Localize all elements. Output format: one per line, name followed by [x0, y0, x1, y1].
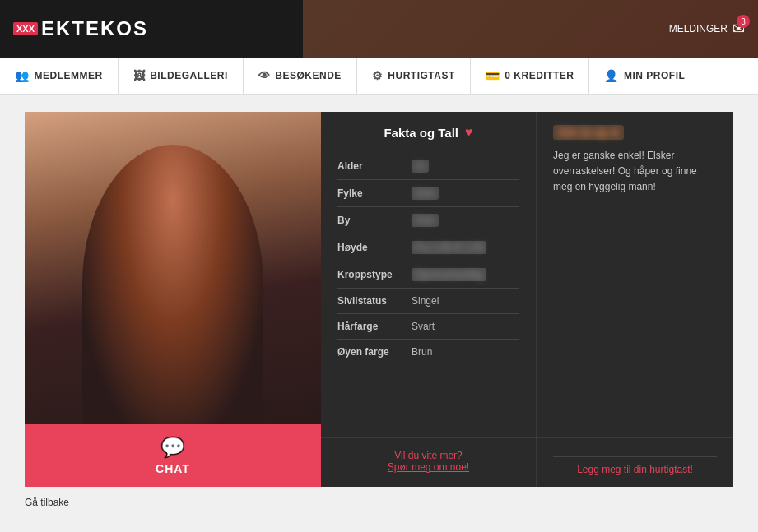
fact-label: By [337, 215, 412, 226]
fact-row: ByOslo [337, 207, 519, 234]
profile-bottom: Vil du vite mer? Spør meg om noe! Legg m… [321, 437, 733, 487]
nav-label-visitors: BESØKENDE [275, 70, 342, 81]
facts-header: Fakta og Tall ♥ [337, 125, 519, 140]
profile-right: Fakta og Tall ♥ Alder31FylkeOsloByOsloHø… [321, 112, 733, 487]
nav-label-members: MEDLEMMER [35, 70, 103, 81]
fact-row: SivilstatusSingel [337, 289, 519, 314]
logo-xxx: XXX [13, 22, 38, 35]
gear-icon: ⚙ [372, 69, 384, 82]
fact-row: Alder31 [337, 153, 519, 180]
go-back-text: Gå tilbake [25, 497, 69, 508]
fact-row: HårfargeSvart [337, 314, 519, 340]
facts-title: Fakta og Tall [384, 126, 458, 140]
nav-item-members[interactable]: 👥 MEDLEMMER [0, 58, 119, 94]
fact-value: Singel [412, 295, 439, 307]
fact-value: Fra 1,60 til 1,69 [412, 241, 486, 254]
fact-value: Svart [412, 321, 435, 332]
fact-label: Høyde [337, 242, 412, 253]
header-banner: XXX EKTEKOS MELDINGER ✉ 3 [0, 0, 758, 58]
eye-icon: 👁 [258, 69, 271, 82]
fact-value: 31 [412, 160, 429, 173]
heart-icon: ♥ [465, 125, 473, 140]
nav-label-credits: 0 KREDITTER [505, 70, 574, 81]
nav-item-quicklist[interactable]: ⚙ HURTIGTAST [357, 58, 471, 94]
fact-value: Brun [412, 346, 432, 358]
header-right: MELDINGER ✉ 3 [669, 20, 745, 38]
fact-label: Hårfarge [337, 321, 412, 332]
fact-label: Kroppstype [337, 269, 412, 280]
messages-label[interactable]: MELDINGER [669, 23, 728, 35]
profile-photo-image [25, 112, 321, 424]
messages-count: 3 [737, 15, 750, 28]
nav-item-visitors[interactable]: 👁 BESØKENDE [244, 58, 357, 94]
gallery-icon: 🖼 [133, 69, 146, 82]
facts-rows: Alder31FylkeOsloByOsloHøydeFra 1,60 til … [337, 153, 519, 364]
members-icon: 👥 [15, 69, 30, 82]
description-section: Om to ep A Jeg er ganske enkel! Elsker o… [536, 112, 733, 437]
navbar: 👥 MEDLEMMER 🖼 BILDEGALLERI 👁 BESØKENDE ⚙… [0, 58, 758, 95]
description-text: Jeg er ganske enkel! Elsker overraskelse… [553, 148, 717, 196]
add-quicklist-section: Legg meg til din hurtigtast! [536, 438, 733, 487]
credits-icon: 💳 [486, 69, 500, 82]
fact-label: Øyen farge [337, 346, 412, 358]
go-back-link[interactable]: Gå tilbake [25, 497, 733, 508]
chat-label: CHAT [156, 462, 190, 475]
facts-section: Fakta og Tall ♥ Alder31FylkeOsloByOsloHø… [321, 112, 536, 437]
want-more-link[interactable]: Vil du vite mer? Spør meg om noe! [337, 450, 519, 473]
fact-value: Oslo [412, 187, 439, 200]
fact-row: Øyen fargeBrun [337, 340, 519, 364]
want-more-section: Vil du vite mer? Spør meg om noe! [321, 438, 536, 487]
fact-label: Sivilstatus [337, 295, 412, 307]
nav-item-credits[interactable]: 💳 0 KREDITTER [471, 58, 590, 94]
want-more-line1: Vil du vite mer? [394, 450, 462, 461]
fact-row: HøydeFra 1,60 til 1,69 [337, 234, 519, 261]
fact-row: KroppstypeGjennomsnittlig [337, 261, 519, 289]
fact-label: Fylke [337, 187, 412, 199]
nav-label-gallery: BILDEGALLERI [150, 70, 228, 81]
nav-item-profile[interactable]: 👤 MIN PROFIL [589, 58, 700, 94]
profile-left: 💬 CHAT [25, 112, 321, 487]
main-content: 💬 CHAT Fakta og Tall ♥ Alder31FylkeOsloB… [0, 95, 758, 525]
profile-card: 💬 CHAT Fakta og Tall ♥ Alder31FylkeOsloB… [25, 112, 733, 487]
fact-value: Gjennomsnittlig [412, 268, 486, 281]
separator [553, 456, 717, 457]
add-quicklist-label: Legg meg til din hurtigtast! [577, 464, 693, 475]
nav-item-gallery[interactable]: 🖼 BILDEGALLERI [119, 58, 244, 94]
profile-photo [25, 112, 321, 424]
profile-right-inner: Fakta og Tall ♥ Alder31FylkeOsloByOsloHø… [321, 112, 733, 437]
nav-label-quicklist: HURTIGTAST [388, 70, 454, 81]
fact-label: Alder [337, 160, 412, 172]
fact-value: Oslo [412, 214, 439, 227]
fact-row: FylkeOslo [337, 180, 519, 207]
nav-label-profile: MIN PROFIL [624, 70, 685, 81]
messages-badge[interactable]: ✉ 3 [732, 20, 745, 38]
logo-text: EKTEKOS [41, 17, 148, 40]
add-quicklist-link[interactable]: Legg meg til din hurtigtast! [553, 464, 717, 475]
username-blurred: Om to ep A [553, 125, 624, 140]
chat-button[interactable]: 💬 CHAT [25, 424, 321, 487]
logo: XXX EKTEKOS [13, 17, 148, 40]
profile-icon: 👤 [604, 69, 619, 82]
chat-icon: 💬 [160, 436, 185, 459]
want-more-line2: Spør meg om noe! [388, 461, 469, 473]
